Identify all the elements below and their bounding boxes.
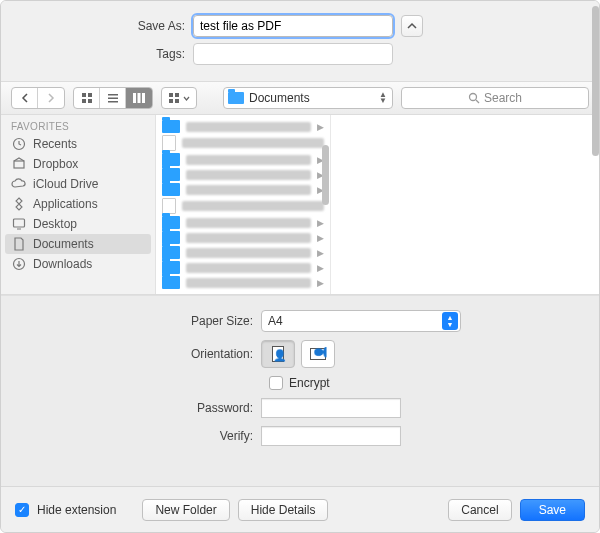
hide-extension-label: Hide extension <box>37 503 116 517</box>
sidebar-header: Favorites <box>1 115 155 134</box>
paper-size-value: A4 <box>268 314 442 328</box>
list-view-button[interactable] <box>100 88 126 108</box>
cancel-button[interactable]: Cancel <box>448 499 511 521</box>
sidebar-item-applications[interactable]: Applications <box>1 194 155 214</box>
desktop-icon <box>11 217 27 231</box>
hide-details-button[interactable]: Hide Details <box>238 499 329 521</box>
back-button[interactable] <box>12 88 38 108</box>
svg-rect-1 <box>88 93 92 97</box>
sidebar: Favorites RecentsDropboxiCloud DriveAppl… <box>1 115 156 294</box>
svg-rect-0 <box>82 93 86 97</box>
encrypt-label: Encrypt <box>289 376 330 390</box>
blurred-filename <box>186 233 311 243</box>
new-folder-button[interactable]: New Folder <box>142 499 229 521</box>
file-column: ▶▶▶▶▶▶▶▶▶ <box>156 115 331 294</box>
sidebar-item-label: Dropbox <box>33 157 78 171</box>
columns-icon <box>132 92 146 104</box>
folder-row[interactable]: ▶ <box>156 230 330 245</box>
location-popup[interactable]: Documents ▲▼ <box>223 87 393 109</box>
save-as-input[interactable] <box>193 15 393 37</box>
svg-point-14 <box>469 94 476 101</box>
svg-rect-3 <box>88 99 92 103</box>
blurred-filename <box>186 218 311 228</box>
svg-rect-11 <box>175 93 179 97</box>
svg-rect-17 <box>14 161 24 168</box>
folder-row[interactable]: ▶ <box>156 260 330 275</box>
folder-row[interactable]: ▶ <box>156 152 330 167</box>
file-icon <box>162 198 176 214</box>
nav-history-group <box>11 87 65 109</box>
svg-rect-10 <box>169 93 173 97</box>
sidebar-item-downloads[interactable]: Downloads <box>1 254 155 274</box>
folder-row[interactable]: ▶ <box>156 275 330 290</box>
apps-icon <box>11 197 27 211</box>
folder-row[interactable]: ▶ <box>156 182 330 197</box>
svg-rect-6 <box>108 101 118 103</box>
hide-extension-checkbox[interactable]: ✓ <box>15 503 29 517</box>
chevron-left-icon <box>21 93 29 103</box>
column-view-button[interactable] <box>126 88 152 108</box>
browser-toolbar: Documents ▲▼ Search <box>1 81 599 115</box>
sidebar-item-label: Desktop <box>33 217 77 231</box>
svg-rect-13 <box>175 99 179 103</box>
svg-rect-9 <box>142 93 145 103</box>
search-input[interactable]: Search <box>401 87 589 109</box>
chevron-right-icon <box>47 93 55 103</box>
list-icon <box>107 92 119 104</box>
sidebar-item-label: Documents <box>33 237 94 251</box>
sidebar-item-label: Applications <box>33 197 98 211</box>
sidebar-item-dropbox[interactable]: Dropbox <box>1 154 155 174</box>
encrypt-checkbox[interactable] <box>269 376 283 390</box>
dialog-footer: ✓ Hide extension New Folder Hide Details… <box>1 486 599 532</box>
location-label: Documents <box>249 91 378 105</box>
document-icon <box>11 237 27 251</box>
sidebar-item-label: Downloads <box>33 257 92 271</box>
sidebar-item-label: iCloud Drive <box>33 177 98 191</box>
folder-row[interactable]: ▶ <box>156 245 330 260</box>
sidebar-item-documents[interactable]: Documents <box>5 234 151 254</box>
blurred-filename <box>186 155 311 165</box>
landscape-icon: 👤 <box>310 348 326 360</box>
blurred-filename <box>186 122 311 132</box>
svg-rect-18 <box>14 219 25 227</box>
search-placeholder: Search <box>484 91 522 105</box>
dialog-header: Save As: Tags: <box>1 1 599 81</box>
verify-input[interactable] <box>261 426 401 446</box>
orientation-landscape-button[interactable]: 👤 <box>301 340 335 368</box>
blurred-filename <box>182 201 324 211</box>
collapse-toggle-button[interactable] <box>401 15 423 37</box>
save-dialog: Save As: Tags: <box>0 0 600 533</box>
sidebar-item-recents[interactable]: Recents <box>1 134 155 154</box>
preview-column <box>331 115 599 294</box>
save-button[interactable]: Save <box>520 499 585 521</box>
updown-icon: ▲▼ <box>442 312 458 330</box>
file-row[interactable] <box>156 134 330 152</box>
file-icon <box>162 135 176 151</box>
file-row[interactable] <box>156 197 330 215</box>
tags-input[interactable] <box>193 43 393 65</box>
password-input[interactable] <box>261 398 401 418</box>
box-icon <box>11 157 27 171</box>
folder-row[interactable]: ▶ <box>156 167 330 182</box>
group-by-button[interactable] <box>161 87 197 109</box>
folder-row[interactable]: ▶ <box>156 119 330 134</box>
clock-icon <box>11 137 27 151</box>
folder-icon <box>162 120 180 133</box>
sidebar-item-desktop[interactable]: Desktop <box>1 214 155 234</box>
search-icon <box>468 92 480 104</box>
folder-row[interactable]: ▶ <box>156 215 330 230</box>
svg-rect-7 <box>133 93 136 103</box>
svg-rect-8 <box>138 93 141 103</box>
icon-view-button[interactable] <box>74 88 100 108</box>
folder-icon <box>162 183 180 196</box>
orientation-portrait-button[interactable]: 👤 <box>261 340 295 368</box>
orientation-label: Orientation: <box>1 347 261 361</box>
column-scrollbar[interactable] <box>320 115 330 294</box>
password-label: Password: <box>1 401 261 415</box>
group-icon <box>168 92 180 104</box>
forward-button[interactable] <box>38 88 64 108</box>
sidebar-item-icloud-drive[interactable]: iCloud Drive <box>1 174 155 194</box>
blurred-filename <box>182 138 324 148</box>
blurred-filename <box>186 170 311 180</box>
paper-size-popup[interactable]: A4 ▲▼ <box>261 310 461 332</box>
